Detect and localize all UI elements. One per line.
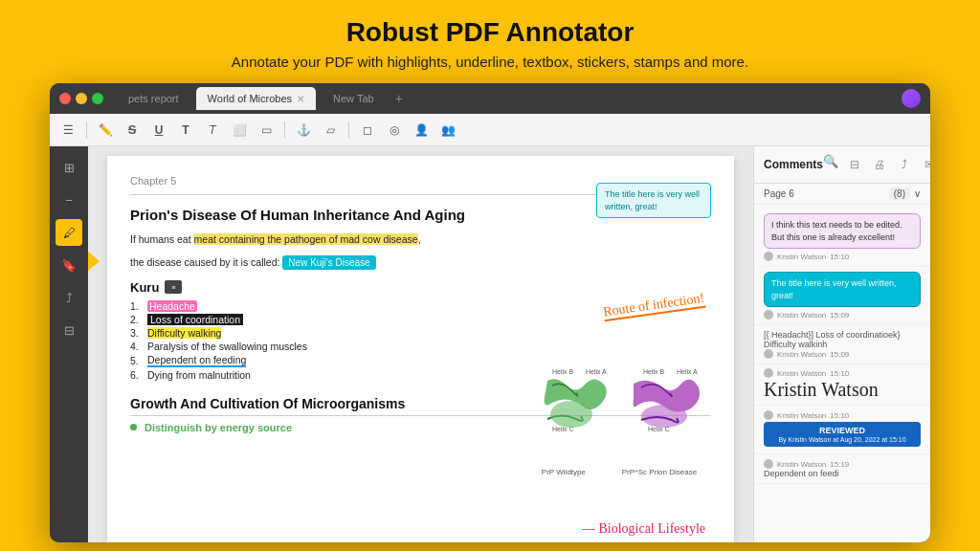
pdf-body2: the disease caused by it is called: New …: [130, 255, 711, 271]
user-avatar: [902, 89, 921, 108]
new-kuji-highlight: New Kuji's Disease: [282, 255, 375, 270]
comment-item-2: The title here is very well written, gre…: [754, 267, 930, 325]
tab-label: World of Microbes: [208, 93, 292, 104]
main-area: ⊞ − 🖊 🔖 ⤴ ⊟ The title here is very well …: [50, 146, 930, 542]
comment-meta-1: Kristin Watson 15:10: [764, 252, 921, 261]
avatar-2: [764, 310, 773, 320]
tab-pets-report[interactable]: pets report: [117, 87, 190, 110]
toolbar-text2-icon[interactable]: T: [202, 120, 223, 141]
tab-label: New Tab: [333, 93, 374, 104]
comments-list[interactable]: I think this text needs to be edited. Bu…: [754, 205, 930, 542]
page-indicator: Page 6 (8) ∨: [754, 184, 930, 205]
titlebar: pets report World of Microbes ✕ New Tab …: [50, 83, 930, 114]
comment-meta-3: Kristin Watson 15:09: [764, 349, 921, 359]
pdf-body1: If humans eat meat containing the pathog…: [130, 232, 711, 248]
panel-icons: ⊟ 🖨 ⤴ ✉: [844, 154, 930, 175]
toolbar-strikethrough-icon[interactable]: S: [122, 120, 143, 141]
sidebar-bookmark-icon[interactable]: 🔖: [56, 252, 82, 278]
comment-meta-dep: Kristin Watson 15:19: [764, 459, 921, 469]
sidebar-wrapper: ⊞ − 🖊 🔖 ⤴ ⊟: [50, 146, 88, 542]
avatar-1: [764, 252, 773, 261]
panel-icon3[interactable]: ⤴: [894, 154, 915, 175]
svg-point-3: [550, 401, 592, 428]
chevron-icon[interactable]: ∨: [914, 188, 921, 199]
blue-dot: [130, 424, 137, 430]
tab-close-icon[interactable]: ✕: [297, 94, 304, 104]
maximize-button[interactable]: [92, 93, 103, 104]
panel-icon2[interactable]: 🖨: [869, 154, 890, 175]
tab-label: pets report: [128, 93, 179, 104]
list-item-4: 4. Paralysis of the swallowing muscles: [130, 341, 711, 352]
toolbar-box-icon[interactable]: ▭: [256, 120, 277, 141]
toolbar: ☰ ✏️ S U T T ⬜ ▭ ⚓ ▱ ◻ ◎ 👤 👥: [50, 114, 930, 146]
comment-item-1: I think this text needs to be edited. Bu…: [754, 209, 930, 267]
walking-highlight: Difficulty walking: [147, 327, 221, 339]
avatar-dep: [764, 459, 773, 469]
comments-panel: Comments 🔍 ⊟ 🖨 ⤴ ✉ Page 6 (8) ∨: [753, 146, 930, 542]
comment-meta-sig: Kristin Watson 15:10: [764, 368, 921, 378]
close-button[interactable]: [59, 93, 71, 104]
comment-meta-reviewed: Kristin Watson 15:10: [764, 410, 921, 420]
comments-title: Comments: [764, 158, 823, 171]
traffic-lights: [59, 93, 103, 104]
minimize-button[interactable]: [76, 93, 87, 104]
comment-meta-2: Kristin Watson 15:09: [764, 310, 921, 320]
toolbar-text-icon[interactable]: T: [175, 120, 196, 141]
toolbar-person2-icon[interactable]: 👥: [437, 120, 458, 141]
toolbar-textbox-icon[interactable]: ⬜: [229, 120, 250, 141]
biological-annotation: — Biological Lifestyle: [582, 521, 705, 537]
svg-point-7: [641, 405, 687, 428]
sep3: [348, 121, 349, 139]
sidebar-share-icon[interactable]: ⤴: [56, 284, 82, 311]
app-window: pets report World of Microbes ✕ New Tab …: [50, 83, 930, 542]
section-title-kuru: Kuru ≡: [130, 280, 711, 295]
comment-dep: Kristin Watson 15:19 Dependent on feedi: [754, 454, 930, 484]
sidebar-pages-icon[interactable]: ⊞: [56, 154, 82, 181]
highlight-meat: meat containing the pathogen of mad cow …: [194, 233, 418, 245]
toolbar-anchor-icon[interactable]: ⚓: [293, 120, 314, 141]
dep-comment-text: Dependent on feedi: [764, 469, 921, 478]
toolbar-highlight-icon[interactable]: ◻: [357, 120, 378, 141]
avatar-reviewed: [764, 410, 773, 420]
sep1: [86, 121, 87, 139]
toolbar-list-icon[interactable]: ☰: [57, 120, 78, 141]
comment-bubble-2: The title here is very well written, gre…: [764, 272, 921, 307]
toolbar-underline-icon[interactable]: U: [148, 120, 169, 141]
tab-world-of-microbes[interactable]: World of Microbes ✕: [196, 87, 316, 110]
comment-bubble-1: I think this text needs to be edited. Bu…: [764, 213, 921, 249]
avatar-3: [764, 349, 773, 359]
sidebar-minus-icon[interactable]: −: [56, 187, 82, 213]
panel-icon1[interactable]: ⊟: [844, 154, 865, 175]
svg-text:Helix B: Helix B: [643, 368, 665, 375]
toolbar-circle-icon[interactable]: ◎: [384, 120, 405, 141]
sidebar-grid-icon[interactable]: ⊟: [56, 317, 82, 343]
feeding-highlight: Dependent on feeding: [147, 354, 246, 367]
active-indicator: [88, 252, 100, 271]
pdf-page[interactable]: The title here is very well written, gre…: [88, 146, 753, 542]
caption-prion: PrP^Sc Prion Disease: [622, 468, 697, 476]
distinguish-text: Distinguish by energy source: [145, 422, 292, 433]
list-item-3: 3. Difficulty walking: [130, 327, 711, 339]
left-sidebar: ⊞ − 🖊 🔖 ⤴ ⊟: [50, 146, 88, 542]
tab-new-tab[interactable]: New Tab: [322, 87, 386, 110]
signature-text: Kristin Watson: [764, 378, 921, 401]
caption-wildtype: PrP Wildtype: [542, 468, 586, 476]
panel-icon4[interactable]: ✉: [919, 154, 930, 175]
comment-signature: Kristin Watson 15:10 Kristin Watson: [754, 364, 930, 406]
textbox-annotation: The title here is very well written, gre…: [596, 183, 711, 218]
sidebar-highlight-icon[interactable]: 🖊: [56, 219, 82, 246]
toolbar-pencil-icon[interactable]: ✏️: [95, 120, 116, 141]
kuru-icon: ≡: [165, 280, 182, 294]
toolbar-person-icon[interactable]: 👤: [411, 120, 432, 141]
hero-title: Robust PDF Annotator: [346, 17, 635, 48]
comment-item-3: [{ Headacht}] Loss of coordinatioek} Dif…: [754, 325, 930, 364]
comments-search-button[interactable]: 🔍: [823, 154, 838, 175]
avatar-sig: [764, 368, 773, 378]
headache-highlight: Headache: [147, 300, 197, 312]
comment-reviewed: Kristin Watson 15:10 REVIEWED By Kristin…: [754, 406, 930, 454]
sep2: [284, 121, 285, 139]
svg-text:Helix A: Helix A: [586, 368, 607, 375]
toolbar-shape-icon[interactable]: ▱: [320, 120, 341, 141]
new-tab-button[interactable]: +: [395, 91, 403, 106]
svg-text:Helix B: Helix B: [552, 368, 574, 375]
